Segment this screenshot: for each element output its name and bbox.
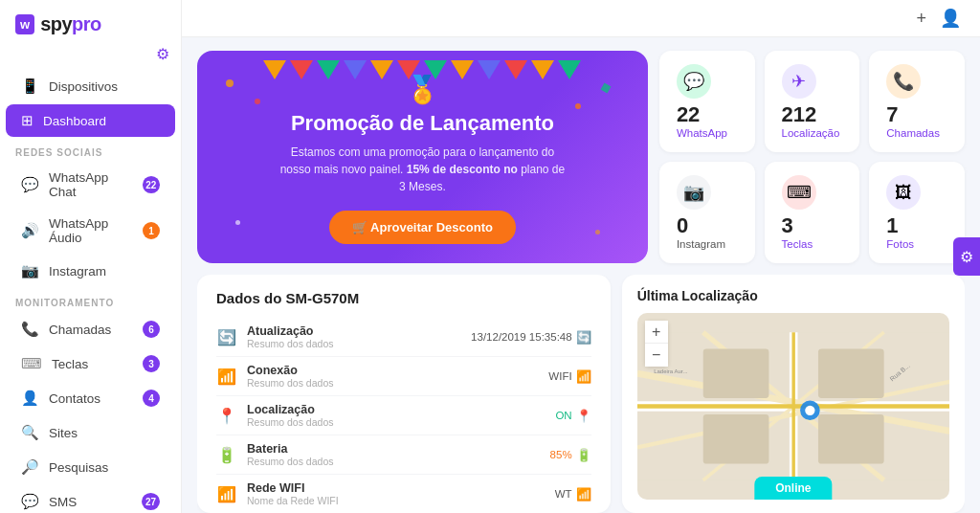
sidebar-item-chamadas[interactable]: 📞 Chamadas 6 <box>6 313 175 346</box>
bateria-label: Bateria Resumo dos dados <box>247 442 333 467</box>
right-gear-button[interactable]: ⚙ <box>953 237 980 276</box>
sms-icon: 💬 <box>21 493 39 510</box>
promo-button[interactable]: 🛒 Aproveitar Desconto <box>329 211 516 244</box>
whatsapp-stat-label: WhatsApp <box>677 127 727 139</box>
teclas-stat-label: Teclas <box>782 238 813 250</box>
map-panel: Última Localização <box>622 275 965 513</box>
whatsapp-stat-number: 22 <box>677 104 700 125</box>
atualizacao-label: Atualização Resumo dos dados <box>247 324 333 349</box>
instagram-stat-icon: 📷 <box>677 175 711 210</box>
sidebar: w spypro ⚙ 📱 Dispositivos ⊞ Dashboard RE… <box>0 0 182 513</box>
device-row-conexao: 📶 Conexão Resumo dos dados WIFI 📶 <box>216 357 591 396</box>
svg-text:Ladeira Aur...: Ladeira Aur... <box>654 368 688 374</box>
device-row-wifi: 📶 Rede WIFI Nome da Rede WIFI WT 📶 <box>216 475 591 513</box>
sidebar-item-contatos[interactable]: 👤 Contatos 4 <box>6 382 175 414</box>
svg-rect-11 <box>702 414 768 464</box>
localizacao-device-val-icon: 📍 <box>576 409 591 423</box>
map-zoom-controls: + − <box>645 321 668 367</box>
sidebar-item-pesquisas[interactable]: 🔎 Pesquisas <box>6 451 175 483</box>
atualizacao-icon: 🔄 <box>216 328 237 346</box>
device-icon: 📱 <box>21 78 39 95</box>
sidebar-item-dispositivos[interactable]: 📱 Dispositivos <box>6 70 175 102</box>
svg-rect-10 <box>818 348 884 398</box>
conexao-value: WIFI 📶 <box>548 369 590 384</box>
contatos-badge: 4 <box>143 390 160 407</box>
whatsapp-audio-badge: 1 <box>143 222 160 239</box>
logo-box: w <box>15 14 34 34</box>
fotos-stat-label: Fotos <box>886 238 914 250</box>
stats-grid: 💬 22 WhatsApp ✈ 212 Localização 📞 7 Cham… <box>659 51 965 263</box>
wifi-value: WT 📶 <box>555 487 591 502</box>
top-row: 🏅 Promoção de Lançamento Estamos com uma… <box>197 51 965 263</box>
atualizacao-val-icon: 🔄 <box>576 330 591 345</box>
localizacao-device-label: Localização Resumo dos dados <box>247 403 333 428</box>
stat-card-teclas: ⌨ 3 Teclas <box>765 162 860 263</box>
contatos-icon: 👤 <box>21 390 39 407</box>
bateria-icon: 🔋 <box>216 446 237 464</box>
chamadas-stat-number: 7 <box>886 104 898 125</box>
user-icon[interactable]: 👤 <box>940 8 961 29</box>
localizacao-stat-icon: ✈ <box>782 64 816 99</box>
device-row-bateria: 🔋 Bateria Resumo dos dados 85% 🔋 <box>216 435 591 475</box>
sms-badge: 27 <box>142 493 160 510</box>
map-zoom-out[interactable]: − <box>645 344 668 367</box>
map-zoom-in[interactable]: + <box>645 321 668 344</box>
map-title: Última Localização <box>637 288 949 303</box>
stat-card-fotos: 🖼 1 Fotos <box>869 162 965 263</box>
sidebar-item-sms[interactable]: 💬 SMS 27 <box>6 485 175 513</box>
sidebar-item-instagram[interactable]: 📷 Instagram <box>6 255 175 287</box>
wifi-label: Rede WIFI Nome da Rede WIFI <box>247 481 339 506</box>
promo-banner: 🏅 Promoção de Lançamento Estamos com uma… <box>197 51 648 263</box>
conexao-label: Conexão Resumo dos dados <box>247 364 333 389</box>
sidebar-item-whatsapp-chat[interactable]: 💬 WhatsApp Chat 22 <box>6 163 175 207</box>
stat-card-chamadas: 📞 7 Chamadas <box>869 51 965 152</box>
instagram-label: Instagram <box>49 264 106 279</box>
contatos-label: Contatos <box>49 391 100 406</box>
topbar: + 👤 <box>182 0 980 37</box>
plus-icon[interactable]: + <box>916 9 926 29</box>
instagram-stat-label: Instagram <box>677 238 725 250</box>
wifi-val-icon: 📶 <box>576 487 591 502</box>
promo-desc: Estamos com uma promoção para o lançamen… <box>278 144 566 195</box>
main-content: + 👤 <box>182 0 980 513</box>
conexao-val-icon: 📶 <box>576 369 591 384</box>
instagram-stat-number: 0 <box>677 215 688 236</box>
teclas-stat-number: 3 <box>782 215 793 236</box>
fotos-stat-number: 1 <box>886 215 898 236</box>
pesquisas-icon: 🔎 <box>21 458 39 476</box>
chamadas-stat-icon: 📞 <box>886 64 921 99</box>
whatsapp-stat-icon: 💬 <box>677 64 711 99</box>
settings-icon[interactable]: ⚙ <box>156 45 169 63</box>
dispositivos-label: Dispositivos <box>49 79 118 94</box>
localizacao-stat-label: Localização <box>782 127 840 139</box>
dashboard-icon: ⊞ <box>21 112 33 129</box>
bateria-value: 85% 🔋 <box>550 448 591 462</box>
sidebar-item-whatsapp-audio[interactable]: 🔊 WhatsApp Áudio 1 <box>6 209 175 253</box>
svg-rect-9 <box>702 348 768 398</box>
sidebar-item-dashboard[interactable]: ⊞ Dashboard <box>6 104 175 137</box>
map-container: Rua B... Ladeira Aur... + − Online <box>637 313 949 500</box>
device-row-localizacao: 📍 Localização Resumo dos dados ON 📍 <box>216 396 591 435</box>
promo-title: Promoção de Lançamento <box>291 111 554 136</box>
sites-icon: 🔍 <box>21 424 39 441</box>
whatsapp-icon: 💬 <box>21 176 39 193</box>
logo-text: spypro <box>40 13 101 35</box>
content-area: 🏅 Promoção de Lançamento Estamos com uma… <box>182 37 980 513</box>
sidebar-item-sites[interactable]: 🔍 Sites <box>6 416 175 449</box>
svg-point-16 <box>805 406 814 415</box>
whatsapp-audio-label: WhatsApp Áudio <box>49 216 133 245</box>
device-row-atualizacao: 🔄 Atualização Resumo dos dados 13/12/201… <box>216 318 591 357</box>
device-title: Dados do SM-G570M <box>216 290 591 306</box>
section-redes-sociais: REDES SOCIAIS <box>0 138 181 162</box>
sidebar-item-teclas[interactable]: ⌨ Teclas 3 <box>6 347 175 380</box>
bateria-val-icon: 🔋 <box>576 448 591 462</box>
whatsapp-chat-label: WhatsApp Chat <box>49 170 133 199</box>
stat-card-whatsapp: 💬 22 WhatsApp <box>659 51 755 152</box>
localizacao-stat-number: 212 <box>782 104 817 125</box>
bottom-row: Dados do SM-G570M 🔄 Atualização Resumo d… <box>197 275 965 513</box>
chamadas-stat-label: Chamadas <box>886 127 940 139</box>
teclas-label: Teclas <box>52 357 88 371</box>
dashboard-label: Dashboard <box>43 114 106 128</box>
audio-icon: 🔊 <box>21 222 39 239</box>
localizacao-device-value: ON 📍 <box>555 409 590 423</box>
